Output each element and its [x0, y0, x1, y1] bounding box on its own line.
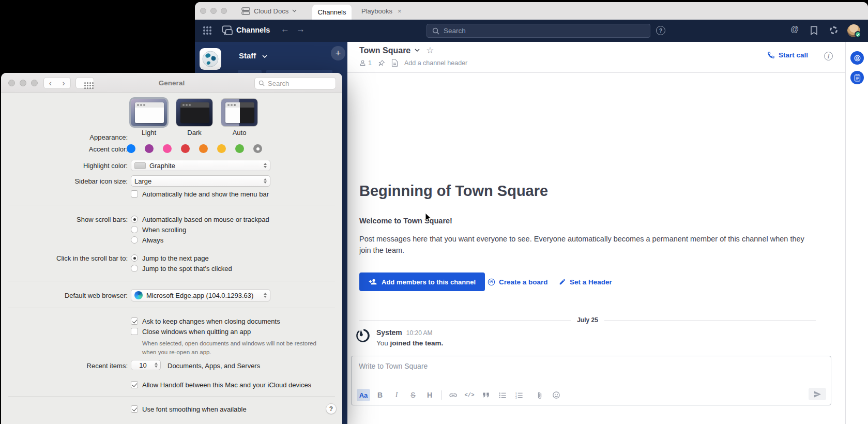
default-browser-dropdown[interactable]: Microsoft Edge.app (104.0.1293.63) — [131, 289, 270, 301]
product-switcher-icon[interactable] — [203, 26, 205, 28]
pinned-posts-icon[interactable] — [378, 59, 385, 67]
handoff-checkbox[interactable] — [131, 381, 138, 388]
attachment-button[interactable] — [533, 389, 546, 401]
add-channel-header-link[interactable]: Add a channel header — [404, 59, 467, 67]
close-windows-checkbox[interactable] — [131, 328, 138, 335]
composer-placeholder: Write to Town Square — [359, 362, 428, 370]
heading-button[interactable]: H — [423, 389, 436, 401]
appearance-dark-option[interactable] — [176, 99, 212, 126]
tab-channels[interactable]: Channels — [312, 5, 352, 20]
member-icon — [359, 59, 366, 66]
scrollbars-when-scrolling-label: When scrolling — [142, 226, 186, 234]
mentions-icon[interactable]: @ — [790, 25, 799, 34]
jump-to-spot-radio[interactable] — [131, 265, 138, 272]
favorite-star-icon[interactable]: ☆ — [426, 45, 434, 56]
prefs-zoom-button[interactable] — [31, 80, 38, 86]
saved-posts-icon[interactable] — [810, 26, 818, 35]
highlight-color-dropdown[interactable]: Graphite — [131, 160, 270, 171]
prefs-show-all-button[interactable] — [75, 77, 94, 89]
window-minimize-button[interactable] — [210, 8, 217, 14]
highlight-swatch — [134, 162, 146, 169]
accent-color-green[interactable] — [235, 144, 244, 153]
appearance-light-option[interactable] — [131, 99, 167, 126]
prefs-back-button[interactable]: ‹ — [43, 77, 57, 89]
quote-button[interactable] — [479, 389, 493, 401]
boards-app-button[interactable] — [850, 71, 864, 84]
accent-color-blue[interactable] — [127, 144, 135, 153]
prefs-help-button[interactable]: ? — [326, 403, 337, 414]
set-header-button[interactable]: Set a Header — [556, 272, 615, 291]
history-forward-icon[interactable]: → — [296, 24, 305, 35]
channel-files-icon[interactable] — [391, 59, 398, 67]
tab-close-icon[interactable]: × — [398, 7, 402, 15]
code-button[interactable]: </> — [463, 389, 476, 401]
mattermost-logo-icon — [355, 327, 371, 344]
members-count[interactable]: 1 — [359, 59, 372, 67]
svg-text:3: 3 — [515, 396, 517, 398]
numbered-list-button[interactable]: 123 — [512, 389, 526, 401]
start-call-button[interactable]: Start call — [767, 51, 808, 59]
appearance-auto-option[interactable] — [221, 99, 257, 126]
add-members-button[interactable]: Add members to this channel — [359, 272, 485, 291]
font-smoothing-checkbox[interactable] — [131, 405, 138, 413]
server-menu-label: Cloud Docs — [254, 7, 288, 15]
scrollbars-always-radio[interactable] — [131, 236, 138, 244]
appearance-dark-label: Dark — [176, 129, 212, 137]
italic-button[interactable]: I — [390, 389, 403, 401]
tab-playbooks[interactable]: Playbooks × — [361, 2, 402, 20]
scrollbars-auto-radio[interactable] — [131, 216, 138, 223]
emoji-button[interactable] — [550, 389, 563, 401]
strikethrough-button[interactable]: S — [406, 389, 420, 401]
accent-color-yellow[interactable] — [217, 144, 226, 153]
show-formatting-button[interactable]: Aa — [357, 389, 370, 401]
accent-color-orange[interactable] — [199, 144, 208, 153]
prefs-minimize-button[interactable] — [20, 80, 26, 86]
link-button[interactable] — [446, 389, 460, 401]
avatar[interactable] — [847, 24, 860, 37]
settings-gear-icon[interactable] — [830, 26, 837, 34]
accent-color-graphite[interactable] — [253, 144, 262, 153]
jump-next-page-radio[interactable] — [131, 254, 138, 262]
accent-color-pink[interactable] — [163, 144, 172, 153]
window-zoom-button[interactable] — [221, 8, 227, 14]
grid-icon — [84, 82, 86, 84]
message-author[interactable]: System — [376, 328, 402, 337]
history-back-icon[interactable]: ← — [281, 24, 290, 35]
accent-color-red[interactable] — [181, 144, 190, 153]
team-name[interactable]: Staff — [239, 51, 256, 60]
playbooks-app-button[interactable] — [850, 51, 864, 65]
prefs-title-bar: ‹ › General Search — [1, 73, 342, 93]
message-composer[interactable]: Write to Town Square Aa B I S H </> 123 — [351, 356, 831, 405]
team-menu-chevron-icon[interactable] — [262, 55, 267, 58]
add-channel-button[interactable]: + — [331, 46, 345, 60]
channel-info-icon[interactable]: i — [824, 52, 833, 60]
create-board-button[interactable]: Create a board — [484, 272, 551, 291]
search-input[interactable]: Search — [427, 24, 650, 38]
recent-items-stepper[interactable]: 10 — [131, 360, 161, 370]
team-icon[interactable] — [200, 48, 221, 70]
server-menu[interactable]: Cloud Docs — [241, 2, 297, 20]
channel-title[interactable]: Town Square ☆ — [359, 45, 434, 56]
window-close-button[interactable] — [200, 8, 206, 14]
accent-color-purple[interactable] — [145, 144, 154, 153]
prefs-search-field[interactable]: Search — [254, 77, 336, 89]
prefs-forward-button[interactable]: › — [57, 77, 71, 89]
prefs-close-button[interactable] — [8, 80, 15, 86]
bold-button[interactable]: B — [373, 389, 387, 401]
divider — [8, 308, 335, 308]
intro-paragraph: Post messages here that you want everyon… — [359, 233, 817, 256]
sidebar-icon-size-dropdown[interactable]: Large — [131, 175, 270, 187]
jump-next-page-label: Jump to the next page — [142, 254, 209, 262]
bulleted-list-button[interactable] — [496, 389, 509, 401]
hide-menu-bar-checkbox[interactable] — [131, 190, 138, 198]
system-preferences-window: ‹ › General Search Appearance: Lig — [1, 73, 342, 424]
scrollbars-when-scrolling-radio[interactable] — [131, 226, 138, 233]
hide-menu-bar-label: Automatically hide and show the menu bar — [142, 190, 269, 198]
phone-icon — [767, 51, 775, 59]
help-icon[interactable]: ? — [656, 26, 665, 35]
ask-keep-changes-checkbox[interactable] — [131, 317, 138, 325]
appearance-auto-label: Auto — [221, 129, 257, 137]
sidebar-icon-size-label: Sidebar icon size: — [1, 177, 128, 185]
send-button[interactable] — [809, 388, 826, 400]
date-divider-label[interactable]: July 25 — [577, 316, 598, 324]
